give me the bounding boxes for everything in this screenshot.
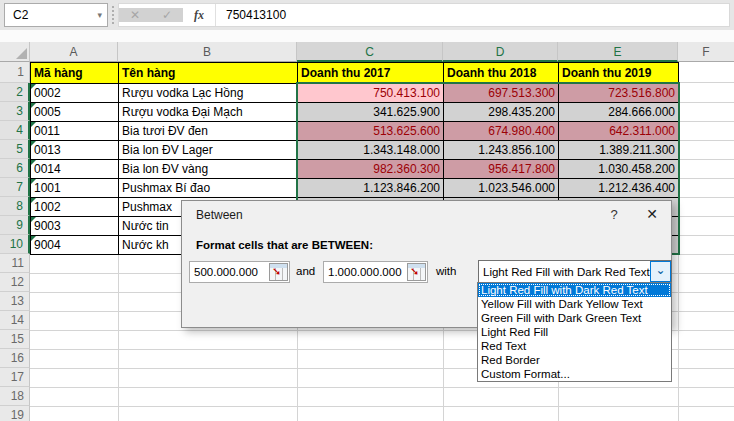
toolbar-gap (0, 30, 734, 42)
cell-c7[interactable]: 1.123.846.200 (298, 179, 444, 198)
cell-e3[interactable]: 284.666.000 (559, 103, 679, 122)
chevron-down-icon[interactable]: ⌄ (650, 261, 671, 282)
cell-e2[interactable]: 723.516.800 (559, 84, 679, 103)
column-header-f[interactable]: F (678, 42, 734, 62)
dialog-title: Between (196, 208, 243, 222)
cell-a2[interactable]: 0002 (31, 84, 119, 103)
cell-b1[interactable]: Tên hàng (119, 63, 298, 84)
row-header-3[interactable]: 3 (0, 102, 30, 121)
cell-c1[interactable]: Doanh thu 2017 (298, 63, 444, 84)
row-header-14[interactable]: 14 (0, 311, 30, 330)
table-row: 0014 Bia lon ĐV vàng 982.360.300 956.417… (31, 160, 679, 179)
row-header-5[interactable]: 5 (0, 140, 30, 159)
cell-b3[interactable]: Rượu vodka Đại Mạch (119, 103, 298, 122)
table-row: 0002 Rượu vodka Lạc Hồng 750.413.100 697… (31, 84, 679, 103)
cell-a9[interactable]: 9003 (31, 217, 119, 236)
cell-a5[interactable]: 0013 (31, 141, 119, 160)
row-header-1[interactable]: 1 (0, 62, 30, 83)
cell-c6[interactable]: 982.360.300 (298, 160, 444, 179)
row-header-10[interactable]: 10 (0, 235, 30, 254)
cell-a8[interactable]: 1002 (31, 198, 119, 217)
format-dropdown-list: Light Red Fill with Dark Red Text Yellow… (477, 282, 672, 382)
column-header-e[interactable]: E (558, 42, 678, 62)
min-value-text: 500.000.000 (190, 266, 269, 278)
help-icon[interactable]: ? (604, 207, 624, 222)
range-picker-icon[interactable] (407, 263, 426, 281)
cell-e7[interactable]: 1.212.436.400 (559, 179, 679, 198)
list-item-green-fill-dark-green-text[interactable]: Green Fill with Dark Green Text (478, 311, 671, 325)
cell-d5[interactable]: 1.243.856.100 (444, 141, 559, 160)
column-header-a[interactable]: A (30, 42, 118, 62)
insert-function-icon[interactable]: fx (183, 8, 215, 23)
excel-window: C2 ▾ ✕ ✓ fx 750413100 A B C D E F 1 2 3 … (0, 0, 734, 421)
row-header-16[interactable]: 16 (0, 349, 30, 368)
cell-b6[interactable]: Bia lon ĐV vàng (119, 160, 298, 179)
list-item-red-border[interactable]: Red Border (478, 353, 671, 367)
cell-e6[interactable]: 1.030.458.200 (559, 160, 679, 179)
row-header-11[interactable]: 11 (0, 254, 30, 273)
cell-d1[interactable]: Doanh thu 2018 (444, 63, 559, 84)
row-header-7[interactable]: 7 (0, 178, 30, 197)
range-picker-icon[interactable] (269, 263, 288, 281)
cell-e4[interactable]: 642.311.000 (559, 122, 679, 141)
cell-d4[interactable]: 674.980.400 (444, 122, 559, 141)
min-value-input[interactable]: 500.000.000 (189, 261, 290, 283)
cell-a10[interactable]: 9004 (31, 236, 119, 255)
row-header-9[interactable]: 9 (0, 216, 30, 235)
formula-bar-divider (112, 6, 114, 24)
formula-input[interactable]: 750413100 (215, 4, 729, 26)
cell-a4[interactable]: 0011 (31, 122, 119, 141)
formula-input-area: ✕ ✓ fx 750413100 (118, 3, 730, 27)
row-header-17[interactable]: 17 (0, 368, 30, 387)
cell-a7[interactable]: 1001 (31, 179, 119, 198)
name-box-value: C2 (13, 8, 28, 22)
cell-e1[interactable]: Doanh thu 2019 (559, 63, 679, 84)
cell-d3[interactable]: 298.435.200 (444, 103, 559, 122)
row-header-6[interactable]: 6 (0, 159, 30, 178)
list-item-red-text[interactable]: Red Text (478, 339, 671, 353)
table-row: 1001 Pushmax Bí đao 1.123.846.200 1.023.… (31, 179, 679, 198)
format-dropdown[interactable]: Light Red Fill with Dark Red Text ⌄ (478, 260, 672, 283)
name-box-dropdown-icon[interactable]: ▾ (97, 4, 102, 26)
cell-c3[interactable]: 341.625.900 (298, 103, 444, 122)
formula-bar: C2 ▾ ✕ ✓ fx 750413100 (0, 0, 734, 30)
cell-a3[interactable]: 0005 (31, 103, 119, 122)
column-header-d[interactable]: D (443, 42, 558, 62)
cell-d2[interactable]: 697.513.300 (444, 84, 559, 103)
cell-c5[interactable]: 1.343.148.000 (298, 141, 444, 160)
max-value-input[interactable]: 1.000.000.000 (323, 261, 428, 283)
list-item-light-red-fill-dark-red-text[interactable]: Light Red Fill with Dark Red Text (478, 283, 671, 297)
row-header-18[interactable]: 18 (0, 387, 30, 406)
cell-b7[interactable]: Pushmax Bí đao (119, 179, 298, 198)
cell-a6[interactable]: 0014 (31, 160, 119, 179)
row-header-4[interactable]: 4 (0, 121, 30, 140)
enter-icon[interactable]: ✓ (151, 8, 183, 22)
list-item-yellow-fill-dark-yellow-text[interactable]: Yellow Fill with Dark Yellow Text (478, 297, 671, 311)
cell-e5[interactable]: 1.389.211.300 (559, 141, 679, 160)
cell-b4[interactable]: Bia tươi ĐV đen (119, 122, 298, 141)
cell-a1[interactable]: Mã hàng (31, 63, 119, 84)
column-header-c[interactable]: C (297, 42, 443, 62)
cell-c2-active[interactable]: 750.413.100 (298, 84, 444, 103)
cell-b5[interactable]: Bia lon ĐV Lager (119, 141, 298, 160)
row-header-15[interactable]: 15 (0, 330, 30, 349)
cell-d6[interactable]: 956.417.800 (444, 160, 559, 179)
name-box[interactable]: C2 ▾ (4, 3, 108, 27)
table-row: 0011 Bia tươi ĐV đen 513.625.600 674.980… (31, 122, 679, 141)
list-item-light-red-fill[interactable]: Light Red Fill (478, 325, 671, 339)
list-item-custom-format[interactable]: Custom Format... (478, 367, 671, 381)
row-header-8[interactable]: 8 (0, 197, 30, 216)
column-header-b[interactable]: B (118, 42, 297, 62)
cancel-icon[interactable]: ✕ (119, 8, 151, 22)
close-icon[interactable]: ✕ (640, 206, 664, 222)
row-header-13[interactable]: 13 (0, 292, 30, 311)
row-header-12[interactable]: 12 (0, 273, 30, 292)
row-header-2[interactable]: 2 (0, 83, 30, 102)
format-dropdown-value: Light Red Fill with Dark Red Text (479, 266, 650, 278)
cell-d7[interactable]: 1.023.546.000 (444, 179, 559, 198)
table-row: 0005 Rượu vodka Đại Mạch 341.625.900 298… (31, 103, 679, 122)
row-header-19[interactable]: 19 (0, 406, 30, 421)
cell-c4[interactable]: 513.625.600 (298, 122, 444, 141)
select-all-button[interactable] (0, 42, 30, 62)
cell-b2[interactable]: Rượu vodka Lạc Hồng (119, 84, 298, 103)
